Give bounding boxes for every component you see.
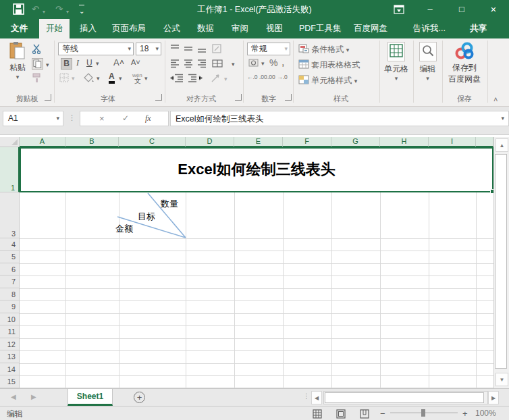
column-header-G[interactable]: G (331, 137, 380, 147)
row-header-7[interactable]: 7 (0, 275, 20, 288)
formula-bar-expand-icon[interactable]: ▾ (501, 115, 504, 122)
decrease-decimal-button[interactable]: .00 →.0 (267, 74, 288, 80)
hscroll-right-icon[interactable]: ▶ (488, 391, 499, 404)
phonetic-dropdown-icon[interactable]: ▾ (144, 75, 148, 82)
alignment-dialog-launcher-icon[interactable] (235, 94, 242, 101)
tab-review[interactable]: 审阅 (225, 19, 255, 38)
close-button[interactable]: × (480, 0, 507, 19)
grow-font-button[interactable]: A˄ (113, 57, 124, 68)
tab-splitter-handle[interactable]: ⋮ (303, 392, 310, 400)
insert-function-icon[interactable]: fx (145, 113, 151, 124)
enter-entry-icon[interactable]: ✓ (122, 113, 129, 123)
conditional-formatting-button[interactable]: 条件格式 ▾ (298, 44, 349, 55)
name-box[interactable]: A1 ▾ (3, 111, 63, 126)
zoom-out-button[interactable]: − (380, 409, 385, 419)
row-header-14[interactable]: 14 (0, 363, 20, 375)
column-header-E[interactable]: E (234, 137, 283, 147)
column-header-F[interactable]: F (283, 137, 331, 147)
increase-decimal-button[interactable]: ←.0 .00 (247, 74, 267, 80)
tab-baidu-netdisk[interactable]: 百度网盘 (347, 19, 394, 38)
column-header-D[interactable]: D (186, 137, 234, 147)
tab-formulas[interactable]: 公式 (157, 19, 187, 38)
cells-button[interactable]: 单元格 ▾ (382, 42, 410, 82)
cell-styles-button[interactable]: 单元格样式 ▾ (298, 75, 357, 86)
name-box-splitter[interactable]: ⋮ (68, 113, 75, 122)
accounting-dropdown-icon[interactable]: ▾ (261, 60, 265, 67)
format-as-table-button[interactable]: 套用表格格式 (298, 59, 360, 71)
maximize-button[interactable]: □ (448, 0, 475, 19)
percent-style-button[interactable]: % (269, 57, 277, 68)
font-color-button[interactable]: A (109, 72, 115, 84)
horizontal-scrollbar[interactable] (323, 391, 488, 404)
row-header-4[interactable]: 4 (0, 238, 20, 251)
bold-button[interactable]: B (61, 58, 72, 70)
shrink-font-button[interactable]: A˅ (131, 58, 140, 66)
row-header-8[interactable]: 8 (0, 288, 20, 300)
row-header-6[interactable]: 6 (0, 263, 20, 275)
cancel-entry-icon[interactable]: × (99, 113, 105, 124)
scroll-down-icon[interactable]: ▼ (495, 373, 508, 386)
copy-icon[interactable] (32, 58, 43, 70)
formula-input[interactable]: Excel如何绘制三线表头 ▾ (170, 111, 509, 126)
font-size-combo[interactable]: 18 ▾ (136, 43, 161, 55)
merge-center-dropdown-icon[interactable]: ▾ (232, 61, 235, 68)
row-header-10[interactable]: 10 (0, 313, 20, 325)
borders-icon[interactable] (59, 73, 69, 82)
fill-color-icon[interactable] (84, 73, 94, 82)
fill-color-dropdown-icon[interactable]: ▾ (97, 75, 100, 82)
clipboard-dialog-launcher-icon[interactable] (45, 94, 51, 101)
tab-data[interactable]: 数据 (190, 19, 221, 38)
scroll-up-icon[interactable]: ▲ (495, 138, 508, 152)
format-painter-icon[interactable] (32, 73, 42, 83)
column-header-I[interactable]: I (429, 137, 476, 147)
save-to-baidu-button[interactable]: 保存到 百度网盘 (443, 42, 486, 85)
share-button[interactable]: 共享 (463, 19, 493, 38)
number-format-combo[interactable]: 常规 ▾ (247, 43, 290, 55)
select-all-corner[interactable] (0, 137, 20, 147)
font-color-dropdown-icon[interactable]: ▾ (119, 75, 122, 82)
minimize-button[interactable]: – (417, 0, 444, 19)
zoom-in-button[interactable]: + (462, 409, 468, 419)
tab-file[interactable]: 文件 (4, 19, 34, 38)
page-layout-view-icon[interactable] (336, 409, 346, 419)
cut-icon[interactable] (32, 44, 42, 54)
row-header-3[interactable]: 3 (0, 192, 20, 238)
column-header-B[interactable]: B (65, 137, 119, 147)
italic-button[interactable]: I (76, 58, 79, 68)
sheet-nav-left-icon[interactable]: ◀ (11, 393, 16, 400)
row-header-12[interactable]: 12 (0, 338, 20, 350)
name-box-dropdown-icon[interactable]: ▾ (56, 115, 59, 122)
tab-view[interactable]: 视图 (259, 19, 290, 38)
vertical-scrollbar-thumb[interactable] (495, 154, 507, 369)
row-header-9[interactable]: 9 (0, 300, 20, 313)
column-header-H[interactable]: H (380, 137, 429, 147)
row-header-15[interactable]: 15 (0, 375, 20, 388)
ribbon-display-options-icon[interactable] (394, 5, 404, 14)
tab-page-layout[interactable]: 页面布局 (105, 19, 153, 38)
font-dialog-launcher-icon[interactable] (155, 94, 162, 101)
collapse-ribbon-icon[interactable]: ˄ (493, 95, 498, 103)
underline-dropdown-icon[interactable]: ▾ (96, 60, 99, 67)
font-name-combo[interactable]: 等线 ▾ (58, 43, 134, 55)
editing-button[interactable]: 编辑 ▾ (415, 42, 440, 82)
normal-view-icon[interactable] (313, 409, 322, 419)
zoom-slider-thumb[interactable] (421, 409, 425, 417)
orientation-icon[interactable] (211, 74, 221, 83)
copy-dropdown-icon[interactable]: ▾ (46, 61, 49, 68)
tab-tell-me[interactable]: 告诉我... (406, 19, 452, 38)
row-header-11[interactable]: 11 (0, 325, 20, 338)
row-header-5[interactable]: 5 (0, 251, 20, 263)
row-header-13[interactable]: 13 (0, 350, 20, 363)
column-header-A[interactable]: A (20, 137, 65, 147)
tab-insert[interactable]: 插入 (73, 19, 103, 38)
sheet-nav-right-icon[interactable]: ▶ (31, 393, 36, 400)
column-header-C[interactable]: C (119, 137, 186, 147)
hscroll-left-icon[interactable]: ◀ (311, 391, 322, 404)
sheet-tab-sheet1[interactable]: Sheet1 (68, 389, 113, 406)
page-break-view-icon[interactable] (360, 409, 369, 419)
paste-button[interactable]: 粘贴 ▾ (4, 41, 31, 80)
horizontal-scrollbar-thumb[interactable] (325, 392, 484, 403)
zoom-level[interactable]: 100% (475, 409, 496, 418)
horizontal-align-icons[interactable] (170, 59, 230, 68)
vertical-align-icons[interactable] (170, 44, 230, 53)
